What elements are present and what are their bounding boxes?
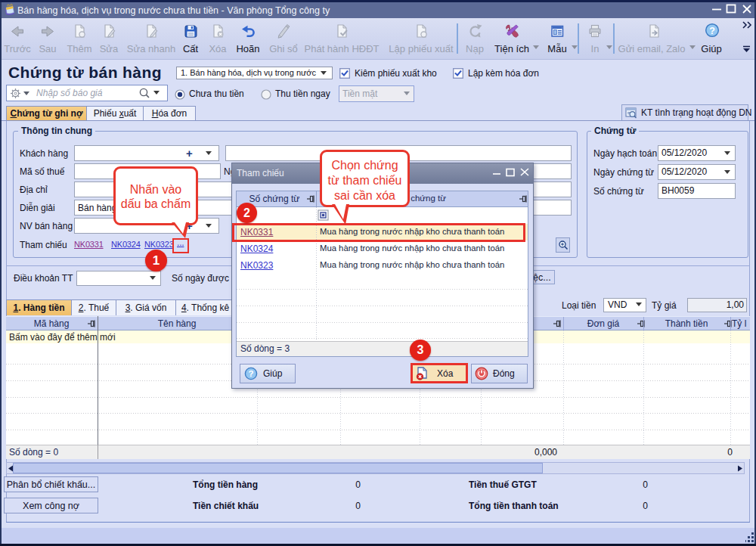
svg-text:?: ? xyxy=(248,369,253,378)
svg-text:?: ? xyxy=(709,26,715,36)
